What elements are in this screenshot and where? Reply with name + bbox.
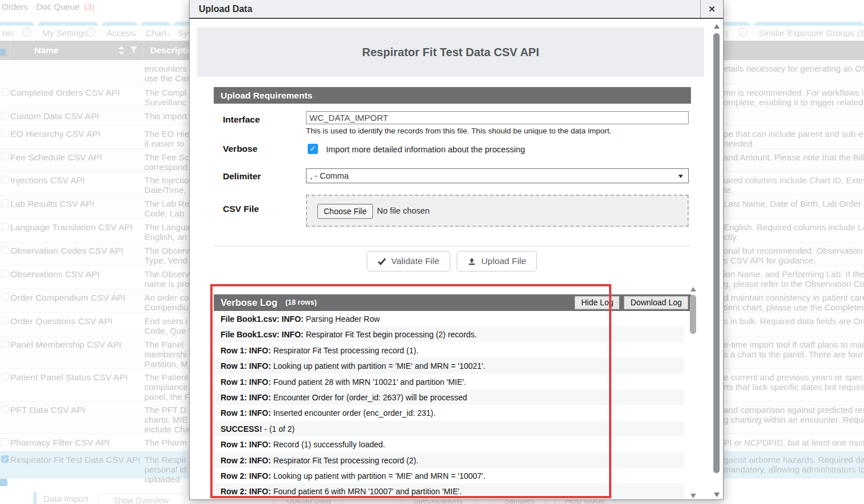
log-scrollbar-thumb[interactable] xyxy=(690,295,696,334)
interface-help-text: This is used to identify the records fro… xyxy=(306,127,611,135)
download-log-button[interactable]: Download Log xyxy=(624,296,688,309)
log-row: Row 2: INFO:Respirator Fit Test processi… xyxy=(214,452,684,468)
dialog-scrollbar[interactable] xyxy=(713,21,720,498)
log-row: Row 2: INFO:Found patient 6 with MRN '10… xyxy=(214,483,684,499)
validate-file-button[interactable]: Validate File xyxy=(367,251,450,271)
log-scrollbar[interactable] xyxy=(689,285,697,499)
verbose-label: Verbose xyxy=(223,144,257,154)
api-banner: Respirator Fit Test Data CSV API xyxy=(197,27,704,77)
upload-data-dialog: Upload Data ✕ Respirator Fit Test Data C… xyxy=(189,0,724,500)
hide-log-button[interactable]: Hide Log xyxy=(575,296,619,309)
check-icon xyxy=(378,258,386,265)
log-row: Row 2: INFO:Looking up patient with part… xyxy=(214,468,684,484)
upload-icon xyxy=(468,257,476,266)
log-row: File Book1.csv: INFO:Respirator Fit Test… xyxy=(214,326,684,342)
interface-label: Interface xyxy=(223,115,260,125)
log-row: Row 1: INFO:Encounter Order for (order_i… xyxy=(214,389,684,405)
verbose-checkbox-label: Import more detailed information about t… xyxy=(326,145,525,154)
scroll-down-icon[interactable] xyxy=(690,494,696,498)
interface-input[interactable] xyxy=(306,111,689,124)
chevron-down-icon xyxy=(678,175,683,178)
close-icon[interactable]: ✕ xyxy=(700,0,723,18)
delimiter-label: Delimiter xyxy=(223,171,261,182)
csv-file-label: CSV File xyxy=(223,204,259,214)
api-banner-title: Respirator Fit Test Data CSV API xyxy=(197,46,704,59)
file-drop-zone[interactable]: Choose File No file chosen xyxy=(306,195,689,227)
dialog-scrollbar-thumb[interactable] xyxy=(713,33,720,473)
scroll-up-icon[interactable] xyxy=(714,24,720,29)
dialog-title-bar: Upload Data ✕ xyxy=(190,0,723,19)
verbose-log-title: Verbose Log xyxy=(221,294,277,311)
log-row: File Book1.csv: INFO:Parsing Header Row xyxy=(214,311,684,327)
log-row: Row 1: INFO:Inserted encounter order (en… xyxy=(214,405,684,421)
delimiter-select[interactable]: , - Comma xyxy=(306,168,689,183)
choose-file-button[interactable]: Choose File xyxy=(317,204,373,219)
verbose-log-header: Verbose Log (18 rows) Hide Log Download … xyxy=(214,294,691,311)
dialog-title: Upload Data xyxy=(199,4,252,14)
section-upload-requirements: Upload Requirements xyxy=(214,87,691,104)
log-row: SUCCESS!- (1 of 2) xyxy=(214,421,684,437)
scroll-up-icon[interactable] xyxy=(690,287,696,292)
upload-file-button[interactable]: Upload File xyxy=(457,251,537,271)
verbose-log-row-count: (18 rows) xyxy=(285,294,317,311)
file-chosen-status: No file chosen xyxy=(377,206,430,215)
log-row: Row 1: INFO:Looking up patient with part… xyxy=(214,358,684,374)
log-row: Row 1: INFO:Record (1) successfully load… xyxy=(214,436,684,452)
scroll-down-icon[interactable] xyxy=(714,493,720,497)
delimiter-selected-value: , - Comma xyxy=(310,171,349,180)
log-row: Row 1: INFO:Found patient 28 with MRN '1… xyxy=(214,374,684,390)
divider xyxy=(214,246,690,246)
verbose-checkbox[interactable]: ✓ xyxy=(308,144,318,154)
log-row: Row 1: INFO:Respirator Fit Test processi… xyxy=(214,342,684,359)
